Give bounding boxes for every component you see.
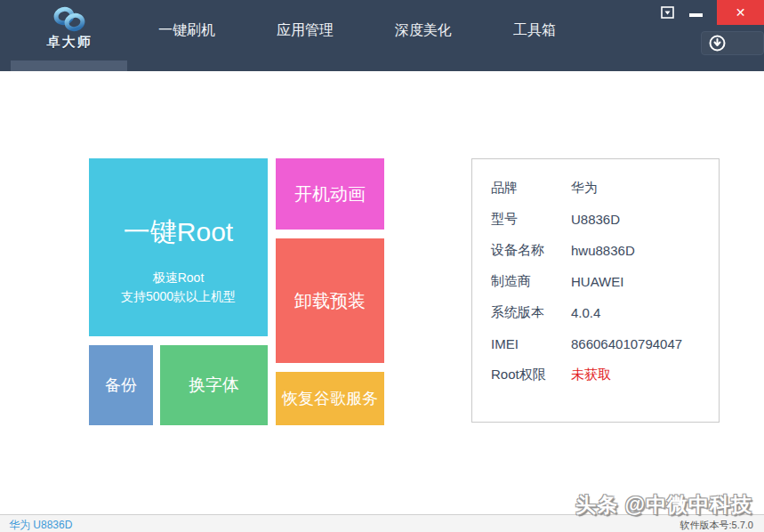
info-label: 品牌 — [491, 180, 571, 197]
app-logo[interactable]: 卓大师 — [36, 4, 103, 57]
one-key-root-subtitle-2: 支持5000款以上机型 — [121, 287, 236, 306]
one-key-root-title: 一键Root — [124, 214, 233, 251]
device-info-panel: 品牌 华为 型号 U8836D 设备名称 hwu8836D 制造商 HUAWEI… — [471, 158, 720, 423]
close-button[interactable]: ✕ — [717, 0, 764, 25]
minimize-button[interactable] — [689, 13, 703, 17]
tray-dropdown-icon — [661, 6, 674, 19]
root-status-badge: 未获取 — [571, 367, 611, 383]
info-label: 设备名称 — [491, 242, 571, 259]
download-icon — [709, 35, 726, 52]
info-label: 制造商 — [491, 273, 571, 290]
info-value: hwu8836D — [571, 243, 635, 258]
info-value: 866064010794047 — [571, 336, 682, 351]
download-button[interactable] — [701, 31, 764, 55]
close-icon: ✕ — [736, 5, 746, 20]
connected-device-label: 华为 U8836D — [9, 518, 72, 532]
nav-one-key-flash[interactable]: 一键刷机 — [158, 21, 215, 40]
tile-backup[interactable]: 备份 — [89, 345, 153, 425]
tile-change-font[interactable]: 换字体 — [160, 345, 268, 425]
info-row-imei: IMEI 866064010794047 — [491, 328, 719, 359]
tile-one-key-root[interactable]: 一键Root 极速Root 支持5000款以上机型 — [89, 158, 268, 336]
title-bar: 卓大师 一键刷机 应用管理 深度美化 工具箱 ✕ — [0, 0, 764, 71]
tile-uninstall-preinstalled[interactable]: 卸载预装 — [276, 238, 384, 363]
info-label: Root权限 — [491, 367, 571, 383]
app-name: 卓大师 — [36, 34, 103, 51]
info-row-manufacturer: 制造商 HUAWEI — [491, 266, 719, 297]
one-key-root-subtitle-1: 极速Root — [153, 269, 205, 287]
tray-menu-button[interactable] — [661, 6, 674, 19]
info-value: U8836D — [571, 212, 620, 227]
nav-toolbox[interactable]: 工具箱 — [513, 21, 556, 40]
info-label: 系统版本 — [491, 304, 571, 321]
info-row-os-version: 系统版本 4.0.4 — [491, 297, 719, 328]
info-row-root-status: Root权限 未获取 — [491, 359, 719, 391]
active-tab-indicator — [11, 60, 127, 71]
info-value: 华为 — [571, 180, 598, 197]
watermark: 头条 @中微中科技 — [575, 491, 752, 519]
tile-restore-google-service[interactable]: 恢复谷歌服务 — [276, 372, 384, 425]
info-value: HUAWEI — [571, 274, 623, 289]
cloud-swirl-logo-icon — [46, 5, 92, 34]
info-row-brand: 品牌 华为 — [491, 173, 719, 204]
tile-boot-animation[interactable]: 开机动画 — [276, 158, 384, 230]
main-nav: 一键刷机 应用管理 深度美化 工具箱 — [158, 0, 617, 60]
info-value: 4.0.4 — [571, 305, 600, 320]
info-row-device-name: 设备名称 hwu8836D — [491, 235, 719, 266]
nav-app-management[interactable]: 应用管理 — [277, 21, 334, 40]
info-label: IMEI — [491, 336, 571, 351]
info-row-model: 型号 U8836D — [491, 204, 719, 235]
app-window: 卓大师 一键刷机 应用管理 深度美化 工具箱 ✕ 一键Root — [0, 0, 764, 532]
software-version-label: 软件版本号:5.7.0 — [680, 519, 753, 532]
nav-deep-beautify[interactable]: 深度美化 — [395, 21, 452, 40]
info-label: 型号 — [491, 211, 571, 228]
